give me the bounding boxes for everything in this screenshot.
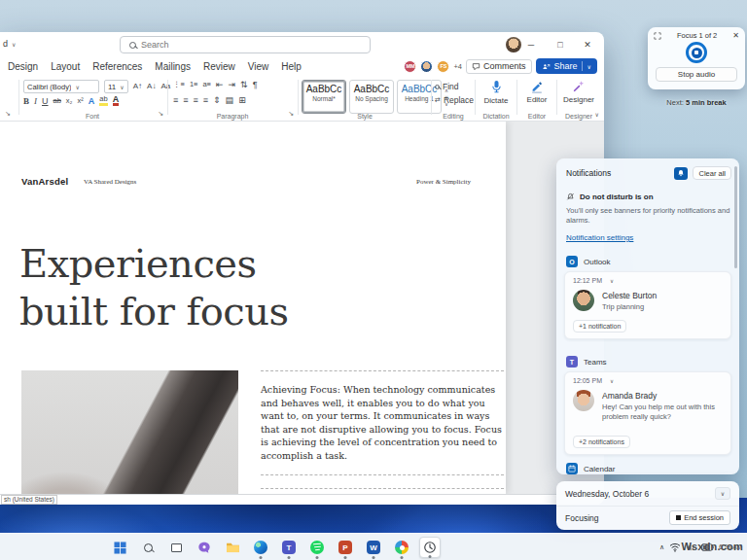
close-icon[interactable]: ✕ (732, 31, 739, 40)
tab-review[interactable]: Review (203, 61, 235, 72)
designer-button[interactable]: Designer (560, 80, 597, 104)
tab-design[interactable]: Design (8, 61, 38, 72)
font-color-button[interactable]: A (113, 95, 120, 106)
clipboard-dialog-launcher[interactable]: ↘ (5, 109, 11, 119)
shrink-font-button[interactable]: A↓ (147, 82, 156, 91)
collapse-ribbon-chevron[interactable]: ∨ (595, 111, 599, 118)
italic-button[interactable]: I (34, 96, 37, 106)
paragraph-dialog-launcher[interactable]: ↘ (288, 109, 294, 119)
change-case-button[interactable]: Aa (160, 82, 170, 91)
teams-notification-card[interactable]: 12:05 PM∨ Amanda Brady Hey! Can you help… (564, 371, 731, 455)
minimize-button[interactable]: ─ (516, 32, 546, 57)
outlook-notification-card[interactable]: 12:12 PM∨ Celeste Burton Trip planning +… (564, 271, 731, 339)
align-center-button[interactable]: ≡ (183, 95, 188, 105)
bullets-button[interactable]: ⋮≡ (173, 80, 185, 89)
collaborator-avatar[interactable] (420, 60, 433, 73)
find-button[interactable]: Find (435, 82, 459, 91)
designer-group: Designer Designer (560, 75, 597, 121)
subscript-button[interactable]: x₂ (66, 96, 73, 106)
tray-overflow-chevron[interactable]: ∧ (659, 543, 664, 551)
collaborator-badge-fs[interactable]: FS (437, 60, 449, 73)
end-session-button[interactable]: End session (669, 510, 730, 525)
share-divider (582, 61, 583, 71)
titlebar-left-fragment[interactable]: d ∨ (3, 39, 16, 49)
clear-all-button[interactable]: Clear all (693, 166, 731, 180)
calendar-collapse-button[interactable]: ∨ (715, 487, 730, 500)
stop-audio-button[interactable]: Stop audio (656, 67, 737, 82)
sort-button[interactable]: ⇅ (240, 80, 248, 89)
search-input[interactable] (141, 40, 336, 50)
teams-section-header[interactable]: T Teams (566, 356, 607, 368)
dashed-separator (261, 474, 504, 475)
style-no-spacing[interactable]: AaBbCcNo Spacing (349, 80, 394, 114)
clock-app-button[interactable] (419, 537, 441, 558)
tab-help[interactable]: Help (281, 61, 302, 72)
document-page[interactable]: VanArsdel VA Shared Designs Power & Simp… (0, 122, 506, 494)
spotify-button[interactable] (306, 537, 328, 558)
chevron-down-icon[interactable]: ∨ (610, 378, 614, 384)
numbering-button[interactable]: 1≡ (190, 80, 198, 89)
bell-icon (677, 169, 685, 177)
grow-font-button[interactable]: A↑ (133, 82, 142, 91)
align-left-button[interactable]: ≡ (173, 95, 178, 105)
multilevel-list-button[interactable]: a≡ (202, 80, 211, 89)
chevron-down-icon[interactable]: ∨ (610, 278, 614, 284)
search-box[interactable] (120, 36, 371, 53)
word-button[interactable]: W (363, 537, 384, 558)
share-button[interactable]: Share ∨ (536, 58, 597, 74)
designer-group-label: Designer (560, 113, 597, 120)
editor-button[interactable]: Editor (520, 80, 553, 104)
notification-settings-link[interactable]: Notification settings (566, 233, 633, 242)
do-not-disturb-toggle[interactable] (674, 167, 688, 180)
bold-button[interactable]: B (23, 96, 29, 106)
font-name-combo[interactable]: Calibri (Body)∨ (23, 80, 99, 93)
comments-button[interactable]: Comments (466, 59, 532, 74)
superscript-button[interactable]: x² (78, 96, 84, 106)
text-effects-button[interactable]: A (89, 96, 95, 106)
justify-button[interactable]: ≡ (203, 95, 208, 105)
show-formatting-button[interactable]: ¶ (253, 80, 258, 89)
align-right-button[interactable]: ≡ (194, 95, 198, 105)
maximize-button[interactable]: □ (546, 32, 575, 57)
focus-timer-ring[interactable] (686, 42, 707, 63)
teams-button[interactable]: T (278, 537, 300, 558)
taskbar-search-button[interactable] (137, 537, 159, 558)
collaborator-badge-mm[interactable]: MM (404, 60, 416, 73)
edge-button[interactable] (250, 537, 271, 558)
powerpoint-button[interactable]: P (335, 537, 356, 558)
font-dialog-launcher[interactable]: ↘ (158, 109, 163, 119)
replace-button[interactable]: ⇄Replace (435, 95, 474, 105)
task-view-button[interactable] (165, 537, 187, 558)
file-explorer-button[interactable] (222, 537, 243, 558)
line-spacing-button[interactable]: ⇕ (213, 95, 221, 105)
outlook-section-header[interactable]: O Outlook (566, 256, 611, 267)
tab-mailings[interactable]: Mailings (155, 61, 191, 72)
shading-button[interactable]: ▤ (226, 95, 234, 105)
start-button[interactable] (109, 537, 130, 558)
borders-button[interactable]: ⊞ (238, 95, 246, 105)
search-icon (144, 543, 153, 552)
more-notifications-chip[interactable]: +1 notification (573, 320, 626, 332)
document-image[interactable] (21, 370, 238, 494)
tab-layout[interactable]: Layout (51, 61, 80, 72)
font-size-combo[interactable]: 11∨ (104, 80, 128, 93)
style-normal[interactable]: AaBbCcNormal* (302, 80, 346, 114)
wifi-icon[interactable] (669, 542, 681, 552)
decrease-indent-button[interactable]: ⇤ (216, 80, 224, 89)
more-notifications-chip[interactable]: +2 notifications (573, 436, 630, 448)
highlight-button[interactable]: ab (99, 95, 107, 106)
tab-view[interactable]: View (248, 61, 269, 72)
photos-button[interactable] (391, 537, 412, 558)
tab-references[interactable]: References (92, 61, 142, 72)
strikethrough-button[interactable]: ab (53, 96, 61, 106)
chat-button[interactable] (194, 537, 215, 558)
expand-icon[interactable] (654, 32, 661, 40)
close-button[interactable]: ✕ (573, 32, 602, 57)
calendar-section-header[interactable]: Calendar (566, 463, 615, 474)
underline-button[interactable]: U (42, 96, 49, 106)
panel-scrollbar[interactable] (734, 166, 737, 268)
collaborator-overflow[interactable]: +4 (453, 62, 462, 71)
language-status[interactable]: sh (United States) (1, 495, 57, 505)
increase-indent-button[interactable]: ⇥ (229, 80, 236, 89)
dictate-button[interactable]: Dictate (479, 80, 514, 105)
